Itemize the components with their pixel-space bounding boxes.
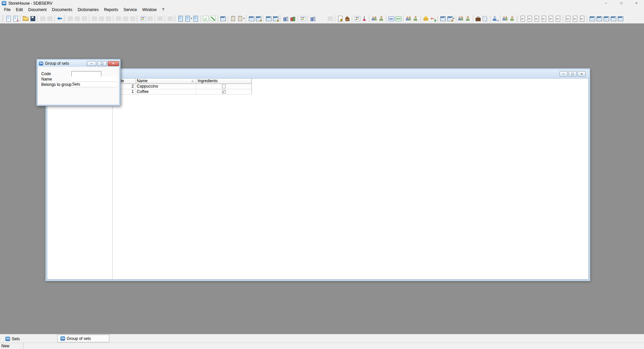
sales-tax-rates-button[interactable]: НСП — [395, 14, 402, 22]
maximize-button[interactable]: □ — [614, 0, 629, 6]
document-template-7-button[interactable] — [565, 14, 572, 22]
name-cell[interactable]: Cappuccino — [136, 84, 197, 89]
menu-help[interactable]: ? — [159, 6, 167, 13]
name-cell[interactable]: Coffee — [136, 89, 197, 95]
belongs-to-group-field[interactable]: Sets — [71, 82, 116, 87]
contractors-button[interactable] — [502, 14, 509, 22]
document-template-3-button[interactable] — [533, 14, 540, 22]
goods-button[interactable] — [282, 14, 289, 22]
find-next-button[interactable] — [73, 14, 80, 22]
customers-button[interactable] — [405, 14, 412, 22]
taskbar-tab-sets[interactable]: ShSets — [3, 335, 22, 343]
report-table-2-button[interactable] — [596, 14, 603, 22]
menu-edit[interactable]: Edit — [13, 6, 25, 13]
dialog-close-button[interactable]: × — [108, 61, 119, 66]
table-view-1-button[interactable] — [248, 14, 255, 22]
column-header-ingredients[interactable]: Ingredients — [196, 79, 252, 84]
confirm-document-button[interactable]: ✓ — [202, 14, 209, 22]
document-template-6-button[interactable] — [554, 14, 561, 22]
column-header-name[interactable]: Name — [136, 79, 197, 84]
sets-window-maximize-button[interactable]: □ — [569, 71, 577, 77]
employees-button[interactable] — [458, 14, 465, 22]
table-edit-2-button[interactable]: ▪ — [272, 14, 279, 22]
employee-card-button[interactable] — [465, 14, 472, 22]
document-template-2-button[interactable] — [526, 14, 533, 22]
close-button[interactable]: × — [629, 0, 644, 6]
goods-groups-button[interactable] — [289, 14, 296, 22]
stamp-copy-button[interactable] — [156, 14, 163, 22]
document-action-3-button[interactable] — [129, 14, 136, 22]
table-edit-1-button[interactable]: ▪ — [255, 14, 262, 22]
contractor-card-button[interactable] — [509, 14, 516, 22]
document-action-1-button[interactable] — [115, 14, 122, 22]
open-button[interactable] — [22, 14, 29, 22]
report-table-5-button[interactable] — [617, 14, 624, 22]
menu-dictionaries[interactable]: Dictionaries — [75, 6, 101, 13]
card-index-button[interactable] — [326, 14, 333, 22]
find-button[interactable] — [66, 14, 73, 22]
save-button[interactable] — [29, 14, 36, 22]
ingredients-cell[interactable] — [196, 84, 252, 89]
minimize-button[interactable]: − — [599, 0, 614, 6]
taskbar-tab-group-of-sets[interactable]: ShGroup of sets — [57, 335, 109, 342]
clipboard-button[interactable] — [229, 14, 236, 22]
document-copy-button[interactable] — [192, 14, 199, 22]
ingredients-checkbox[interactable] — [222, 90, 226, 94]
goods-list-button[interactable] — [309, 14, 316, 22]
export-document-button[interactable] — [166, 14, 173, 22]
menu-file[interactable]: File — [1, 6, 13, 13]
dialog-maximize-button[interactable]: □ — [97, 61, 107, 66]
stock-book-button[interactable] — [482, 14, 489, 22]
report-table-4-button[interactable] — [610, 14, 617, 22]
recipes-button[interactable] — [361, 14, 368, 22]
currencies-button[interactable] — [422, 14, 429, 22]
warehouses-button[interactable] — [343, 14, 351, 22]
print-button[interactable] — [39, 14, 46, 22]
dropdown-arrow-icon[interactable]: ▾ — [244, 17, 245, 20]
sets-window-titlebar[interactable]: Sets −□× — [47, 69, 589, 78]
suppliers-button[interactable] — [371, 14, 378, 22]
color-legend-button[interactable] — [139, 14, 146, 22]
currency-rates-button[interactable]: ←$ — [429, 14, 436, 22]
menu-document[interactable]: Document — [25, 6, 49, 13]
new-document-button[interactable] — [5, 14, 12, 22]
user-roles-button[interactable]: » — [492, 14, 499, 22]
sets-window-close-button[interactable]: × — [578, 71, 586, 77]
sets-window-minimize-button[interactable]: − — [559, 71, 568, 77]
edit-document-button[interactable] — [209, 14, 216, 22]
print-preview-button[interactable] — [46, 14, 53, 22]
supplier-card-button[interactable] — [378, 14, 385, 22]
color-groups-button[interactable] — [299, 14, 306, 22]
document-template-4-button[interactable] — [540, 14, 547, 22]
navigate-back-button[interactable] — [56, 14, 63, 22]
ingredients-checkbox[interactable] — [222, 85, 226, 88]
document-template-1-button[interactable] — [519, 14, 526, 22]
vat-rates-button[interactable]: НДС — [388, 14, 395, 22]
paste-button[interactable] — [105, 14, 112, 22]
find-previous-button[interactable] — [80, 14, 88, 22]
clipboard-view-button[interactable] — [236, 14, 244, 22]
document-action-2-button[interactable] — [122, 14, 129, 22]
cut-button[interactable] — [91, 14, 98, 22]
items-table-button[interactable] — [219, 14, 226, 22]
report-table-3-button[interactable] — [603, 14, 610, 22]
document-template-9-button[interactable] — [579, 14, 586, 22]
customer-card-button[interactable] — [412, 14, 419, 22]
departments-button[interactable] — [475, 14, 482, 22]
menu-documents[interactable]: Documents — [49, 6, 75, 13]
table-row[interactable]: 2Cappuccino — [113, 84, 252, 89]
price-list-button[interactable] — [439, 14, 446, 22]
report-table-1-button[interactable] — [589, 14, 596, 22]
table-row[interactable]: 1Coffee — [113, 89, 252, 95]
price-list-edit-button[interactable]: ▪ — [446, 14, 453, 22]
code-input[interactable] — [71, 71, 101, 77]
units-grid-button[interactable] — [354, 14, 361, 22]
copy-button[interactable] — [98, 14, 105, 22]
briefcase-button[interactable] — [146, 14, 153, 22]
menu-reports[interactable]: Reports — [101, 6, 121, 13]
menu-service[interactable]: Service — [121, 6, 140, 13]
dialog-titlebar[interactable]: Sh Group of sets −□× — [38, 60, 119, 67]
ingredients-cell[interactable] — [196, 89, 252, 95]
certificates-button[interactable] — [336, 14, 343, 22]
document-template-8-button[interactable] — [572, 14, 579, 22]
